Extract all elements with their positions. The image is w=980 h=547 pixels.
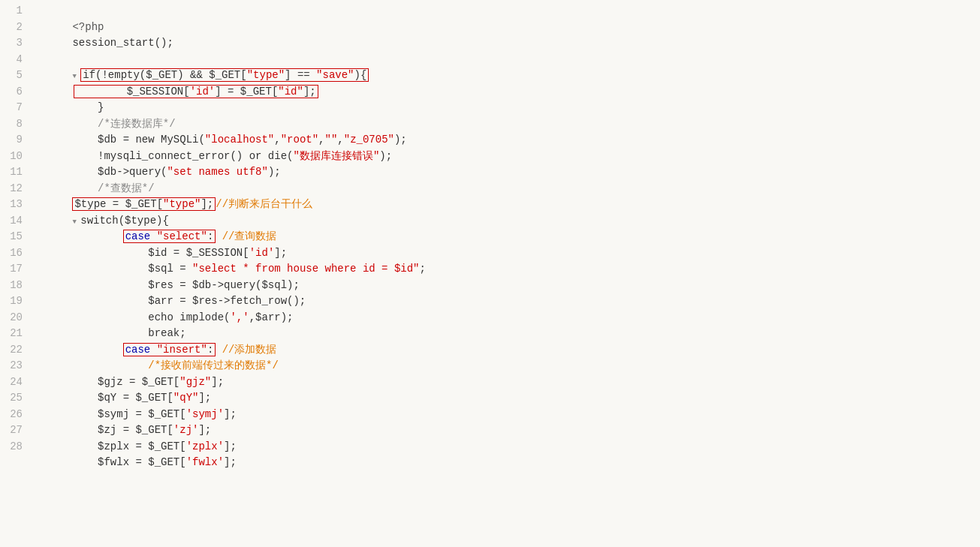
code-line: case "select": //查询数据 <box>35 213 974 230</box>
code-line: $type = $_GET["type"];//判断来后台干什么 <box>35 181 974 197</box>
code-line: ▼ switch($type){ <box>35 197 974 213</box>
code-line: session_start(); <box>35 20 974 36</box>
code-line: /*查数据*/ <box>35 164 974 181</box>
code-line: $db->query("set names utf8"); <box>35 149 974 165</box>
code-line: $symj = $_GET['symj']; <box>35 390 974 407</box>
code-line: $id = $_SESSION['id']; <box>35 229 974 245</box>
code-line: $gjz = $_GET["gjz"]; <box>35 358 974 374</box>
code-line: break; <box>35 310 974 326</box>
code-line: $sql = "select * from house where id = $… <box>35 245 974 262</box>
code-line: $res = $db->query($sql); <box>35 261 974 278</box>
code-line: $db = new MySQLi("localhost","root","","… <box>35 116 974 133</box>
code-line: echo implode(',',$arr); <box>35 293 974 310</box>
code-line: $fwlx = $_GET['fwlx']; <box>35 439 974 455</box>
code-line: $zplx = $_GET['zplx']; <box>35 422 974 439</box>
code-line: case "insert": //添加数据 <box>35 326 974 342</box>
code-line: } <box>35 84 974 101</box>
code-line: <?php <box>35 3 974 20</box>
code-line: /*连接数据库*/ <box>35 100 974 116</box>
code-editor: 1 2 3 4 5 6 7 8 9 10 11 12 13 14 15 16 1… <box>0 0 980 547</box>
code-line: ▼ if(!empty($_GET) && $_GET["type"] == "… <box>35 52 974 68</box>
code-content: <?php session_start(); ▼ if(!empty($_GET… <box>29 3 980 544</box>
code-line: $_SESSION['id'] = $_GET["id"]; <box>35 68 974 84</box>
code-line: $qY = $_GET["qY"]; <box>35 374 974 391</box>
code-line: !mysqli_connect_error() or die("数据库连接错误"… <box>35 132 974 149</box>
code-line: $zj = $_GET['zj']; <box>35 407 974 423</box>
code-line <box>35 35 974 52</box>
line-numbers: 1 2 3 4 5 6 7 8 9 10 11 12 13 14 15 16 1… <box>0 3 29 544</box>
code-line: /*接收前端传过来的数据*/ <box>35 342 974 359</box>
code-line: $arr = $res->fetch_row(); <box>35 278 974 294</box>
